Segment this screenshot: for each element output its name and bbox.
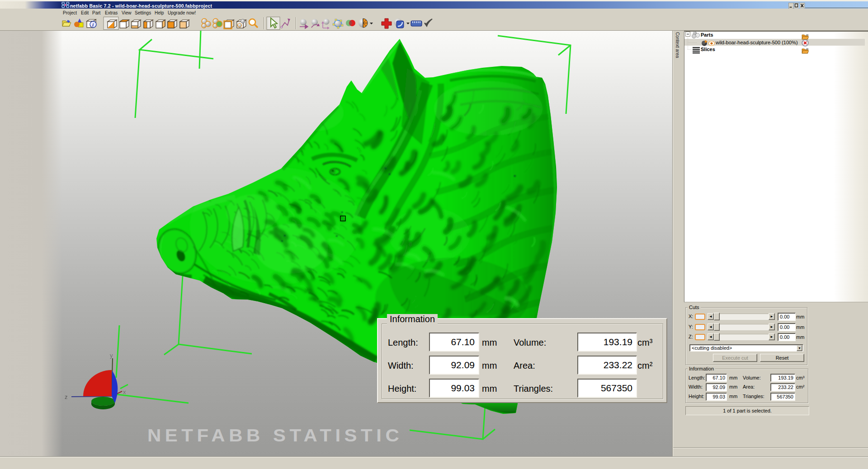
svg-text:y: y bbox=[110, 352, 113, 359]
svg-text:z: z bbox=[65, 394, 68, 400]
svg-text:x: x bbox=[123, 389, 126, 395]
